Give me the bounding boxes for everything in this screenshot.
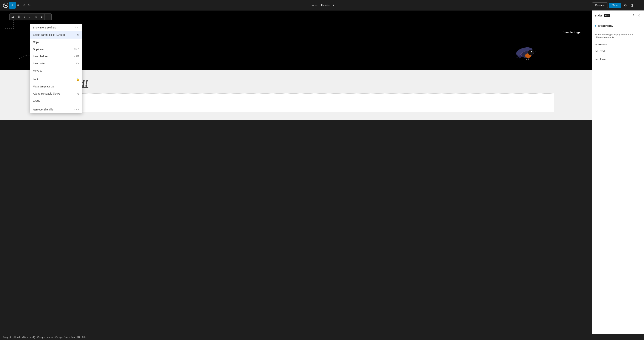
- make-template-part-label: Make template part: [33, 85, 55, 88]
- text-aa: Aa: [595, 49, 598, 53]
- panel-actions: ⋮ ✕: [631, 13, 641, 18]
- select-parent-icon: ⧉: [77, 33, 79, 37]
- panel-title: Styles: [595, 14, 602, 17]
- links-aa: Aa: [595, 58, 598, 61]
- breadcrumb-sep-2: ›: [36, 336, 36, 338]
- breadcrumb-sep-6: ›: [69, 336, 70, 338]
- block-more-button[interactable]: ⋮: [45, 14, 52, 20]
- lock-icon: 🔒: [76, 78, 79, 81]
- hello-world-heading: Hello world!: [38, 78, 554, 89]
- panel-more-button[interactable]: ⋮: [631, 13, 636, 18]
- insert-before-shortcut: ⌥⌘T: [73, 55, 79, 58]
- typography-title: Typography: [598, 24, 613, 27]
- svg-line-9: [528, 58, 528, 60]
- empty-block: [38, 93, 554, 112]
- heading-level-button[interactable]: H1: [32, 14, 39, 20]
- breadcrumb-row-2: Row: [71, 336, 75, 338]
- panel-header: Styles Beta ⋮ ✕: [592, 11, 644, 21]
- typography-header: ‹ Typography: [592, 21, 644, 31]
- panel-close-button[interactable]: ✕: [637, 13, 641, 18]
- links-element-item[interactable]: Aa Links: [592, 55, 644, 63]
- nav-forward-button[interactable]: ›: [27, 14, 32, 20]
- text-element-item[interactable]: Aa Text: [592, 47, 644, 55]
- editor-area: ⇄ ⠿ ‹ › H1 ≡ ⋮ Show more settings ⇧⌘, Se…: [0, 11, 592, 334]
- show-more-settings-shortcut: ⇧⌘,: [74, 26, 79, 29]
- transform-button[interactable]: ⇄: [10, 14, 16, 20]
- nav-back-button[interactable]: ‹: [22, 14, 27, 20]
- save-button[interactable]: Save: [609, 3, 621, 8]
- typography-desc: Manage the typography settings for diffe…: [592, 31, 644, 41]
- breadcrumb-sep-1: ›: [13, 336, 14, 338]
- sample-page-nav: Sample Page: [562, 31, 580, 34]
- right-panel: Styles Beta ⋮ ✕ ‹ Typography Manage the …: [592, 11, 644, 334]
- copy-label: Copy: [33, 41, 39, 44]
- insert-after-label: Insert after: [33, 62, 46, 65]
- nav-chevron[interactable]: ▾: [332, 3, 335, 8]
- redo-button[interactable]: ↪: [26, 3, 32, 8]
- show-more-settings-item[interactable]: Show more settings ⇧⌘,: [30, 24, 82, 31]
- align-button[interactable]: ≡: [39, 14, 44, 20]
- header-block: ⇄ ⠿ ‹ › H1 ≡ ⋮ Show more settings ⇧⌘, Se…: [0, 11, 592, 70]
- breadcrumb-header: Header: [46, 336, 53, 338]
- add-reusable-label: Add to Reusable blocks: [33, 92, 60, 95]
- insert-before-label: Insert before: [33, 55, 48, 58]
- remove-site-title-item[interactable]: Remove Site Title ^⌥Z: [30, 106, 82, 113]
- preview-button[interactable]: Preview: [592, 3, 608, 8]
- edit-button[interactable]: ✏: [16, 3, 21, 8]
- group-label: Group: [33, 99, 40, 102]
- block-indicator: [5, 20, 14, 29]
- links-label: Links: [600, 58, 606, 61]
- remove-site-title-label: Remove Site Title: [33, 108, 54, 111]
- duplicate-item[interactable]: Duplicate ⇧⌘D: [30, 46, 82, 53]
- breadcrumb: Template › Header (Dark, small) › Group …: [0, 334, 644, 340]
- lock-label: Lock: [33, 78, 38, 81]
- group-item[interactable]: Group: [30, 97, 82, 104]
- more-options-button[interactable]: ⋮: [636, 2, 642, 9]
- settings-button[interactable]: ⚙: [623, 2, 628, 9]
- move-to-label: Move to: [33, 69, 42, 72]
- undo-button[interactable]: ↩: [21, 3, 26, 8]
- breadcrumb-row-1: Row: [64, 336, 68, 338]
- copy-item[interactable]: Copy: [30, 39, 82, 46]
- breadcrumb-group-2: Group: [55, 336, 62, 338]
- elements-label: ELEMENTS: [592, 41, 644, 47]
- wp-logo: [2, 2, 9, 9]
- text-label: Text: [600, 50, 605, 53]
- theme-button[interactable]: ◑: [630, 2, 635, 9]
- panel-title-group: Styles Beta: [595, 14, 610, 17]
- main-layout: ⇄ ⠿ ‹ › H1 ≡ ⋮ Show more settings ⇧⌘, Se…: [0, 11, 644, 334]
- content-area: Hello world!: [0, 70, 592, 120]
- block-toolbar: ⇄ ⠿ ‹ › H1 ≡ ⋮: [9, 14, 52, 21]
- list-view-button[interactable]: ☰: [32, 3, 38, 8]
- drag-handle[interactable]: ⠿: [16, 14, 22, 20]
- select-parent-item[interactable]: Select parent block (Group) ⧉: [30, 31, 82, 39]
- insert-after-item[interactable]: Insert after ⌥⌘Y: [30, 60, 82, 67]
- breadcrumb-site-title: Site Title: [77, 336, 86, 338]
- add-block-button[interactable]: +: [9, 2, 16, 9]
- move-to-item[interactable]: Move to: [30, 67, 82, 74]
- nav-header[interactable]: Header: [320, 3, 331, 8]
- svg-line-8: [526, 58, 527, 60]
- breadcrumb-sep-5: ›: [62, 336, 63, 338]
- context-menu: Show more settings ⇧⌘, Select parent blo…: [30, 24, 82, 113]
- back-button[interactable]: ‹: [595, 24, 596, 28]
- breadcrumb-template: Template: [3, 336, 12, 338]
- lock-item[interactable]: Lock 🔒: [30, 76, 82, 83]
- make-template-part-item[interactable]: Make template part: [30, 83, 82, 90]
- select-parent-label: Select parent block (Group): [33, 33, 65, 36]
- add-reusable-item[interactable]: Add to Reusable blocks ◇: [30, 90, 82, 97]
- svg-point-7: [532, 52, 532, 52]
- remove-shortcut: ^⌥Z: [74, 108, 79, 111]
- beta-badge: Beta: [604, 14, 610, 17]
- breadcrumb-sep-3: ›: [44, 336, 45, 338]
- insert-before-item[interactable]: Insert before ⌥⌘T: [30, 53, 82, 60]
- svg-point-5: [528, 50, 534, 55]
- breadcrumb-sep-4: ›: [54, 336, 54, 338]
- reusable-icon: ◇: [77, 92, 79, 95]
- show-more-settings-label: Show more settings: [33, 26, 56, 29]
- duplicate-shortcut: ⇧⌘D: [74, 48, 79, 51]
- nav-breadcrumb: Home Header ▾: [309, 3, 335, 8]
- bird-decoration: [513, 42, 539, 65]
- breadcrumb-header-dark: Header (Dark, small): [14, 336, 35, 338]
- nav-home[interactable]: Home: [309, 3, 319, 8]
